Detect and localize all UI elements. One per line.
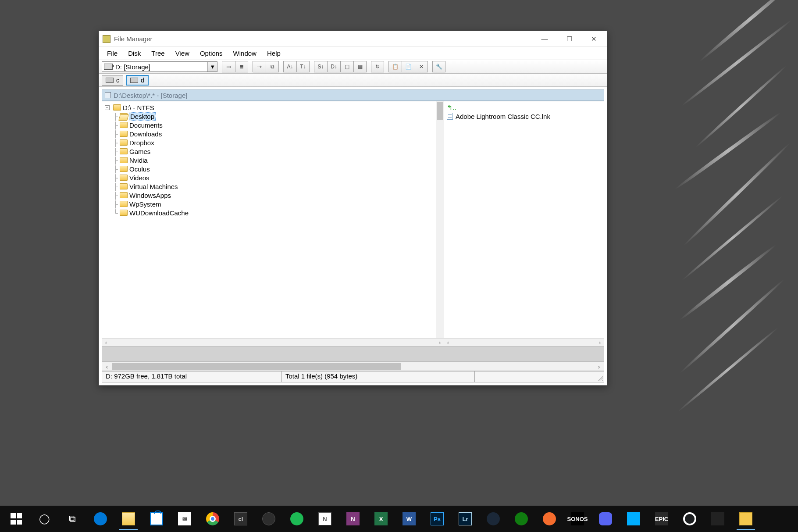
tb-copy-clip[interactable]: 📋 <box>388 61 402 72</box>
menu-tree[interactable]: Tree <box>147 49 169 58</box>
taskbar-mail[interactable]: ✉ <box>171 507 198 531</box>
taskbar-word[interactable]: W <box>395 507 423 531</box>
tree-item-nvidia[interactable]: ├Nvidia <box>105 156 442 164</box>
windows-taskbar: ◯ ⧉ ✉ cl N N X W Ps Lr SONOS EPIC <box>0 506 798 532</box>
tree-root[interactable]: − D:\ - NTFS <box>105 103 442 112</box>
tb-tile[interactable]: ▦ <box>353 61 367 72</box>
folder-icon <box>120 192 128 198</box>
tb-move[interactable]: ⇢ <box>253 61 266 72</box>
tb-refresh[interactable]: ↻ <box>371 61 384 72</box>
folder-icon <box>120 148 128 154</box>
main-scrollbar-horizontal[interactable]: ‹ › <box>102 361 604 371</box>
taskbar-excel[interactable]: X <box>367 507 395 531</box>
drive-icon <box>130 78 138 83</box>
taskbar-file-manager[interactable] <box>732 507 759 531</box>
menu-file[interactable]: File <box>103 49 122 58</box>
drive-icon <box>104 64 113 70</box>
dropdown-arrow-icon[interactable]: ▾ <box>207 62 217 71</box>
tree-item-desktop[interactable]: ├ Desktop <box>105 112 442 121</box>
tb-paste-clip[interactable]: 📄 <box>402 61 415 72</box>
tree-item-wpsystem[interactable]: ├WpSystem <box>105 200 442 208</box>
content-panes: − D:\ - NTFS ├ Desktop ├Documents ├Downl… <box>102 101 604 346</box>
tree-item-downloads[interactable]: ├Downloads <box>105 129 442 138</box>
task-view-button[interactable]: ⧉ <box>59 507 86 531</box>
app-icon <box>103 35 110 43</box>
tb-sort-size[interactable]: S↓ <box>314 61 327 72</box>
taskbar-onenote[interactable]: N <box>339 507 367 531</box>
collapse-icon[interactable]: − <box>105 105 110 110</box>
file-item[interactable]: Adobe Lightroom Classic CC.lnk <box>447 112 601 121</box>
cortana-button[interactable]: ◯ <box>31 507 58 531</box>
tb-delete[interactable]: ✕ <box>415 61 428 72</box>
taskbar-sonos[interactable]: SONOS <box>564 507 591 531</box>
tree-scrollbar-vertical[interactable] <box>436 101 444 338</box>
tree-item-videos[interactable]: ├Videos <box>105 173 442 182</box>
file-list-pane[interactable]: ↰.. Adobe Lightroom Classic CC.lnk ‹› <box>444 101 604 346</box>
taskbar-spotify[interactable] <box>283 507 310 531</box>
taskbar-lightroom[interactable]: Lr <box>452 507 479 531</box>
scroll-right-icon[interactable]: › <box>594 362 604 371</box>
folder-icon <box>120 175 128 181</box>
tree-item-games[interactable]: ├Games <box>105 147 442 156</box>
menu-window[interactable]: Window <box>229 49 261 58</box>
taskbar-store[interactable] <box>143 507 170 531</box>
mdi-child-titlebar[interactable]: D:\Desktop\*.* - [Storage] <box>102 89 604 101</box>
drive-selector[interactable]: D: [Storage] ▾ <box>102 61 217 72</box>
status-disk-space: D: 972GB free, 1.81TB total <box>102 371 282 382</box>
file-scrollbar-horizontal[interactable]: ‹› <box>444 338 604 346</box>
menu-help[interactable]: Help <box>263 49 285 58</box>
folder-tree-pane[interactable]: − D:\ - NTFS ├ Desktop ├Documents ├Downl… <box>102 101 444 346</box>
folder-icon <box>120 183 128 189</box>
tree-item-label: Virtual Machines <box>129 183 178 190</box>
file-name: Adobe Lightroom Classic CC.lnk <box>456 113 550 120</box>
tb-details-view[interactable]: ≣ <box>235 61 248 72</box>
statusbar: D: 972GB free, 1.81TB total Total 1 file… <box>102 371 604 382</box>
tree-item-wudownloadcache[interactable]: └WUDownloadCache <box>105 208 442 217</box>
drive-tab-d[interactable]: d <box>126 75 149 86</box>
taskbar-n-app[interactable]: N <box>311 507 338 531</box>
tb-copy[interactable]: ⧉ <box>266 61 279 72</box>
tb-properties[interactable]: 🔧 <box>432 61 445 72</box>
titlebar[interactable]: File Manager — ☐ ✕ <box>99 31 607 47</box>
taskbar-oculus[interactable] <box>676 507 703 531</box>
tb-sort-date[interactable]: D↓ <box>327 61 340 72</box>
taskbar-battlenet[interactable] <box>620 507 647 531</box>
tree-item-label: Dropbox <box>129 139 154 146</box>
taskbar-photoshop[interactable]: Ps <box>424 507 451 531</box>
taskbar-app-gray[interactable] <box>255 507 282 531</box>
tree-scrollbar-horizontal[interactable]: ‹› <box>102 338 444 346</box>
menu-view[interactable]: View <box>171 49 194 58</box>
menu-options[interactable]: Options <box>196 49 227 58</box>
drive-selector-label: D: [Storage] <box>115 63 150 71</box>
drive-tab-c[interactable]: c <box>102 75 123 86</box>
taskbar-cmd[interactable]: cl <box>227 507 254 531</box>
tree-item-windowsapps[interactable]: ├WindowsApps <box>105 191 442 200</box>
maximize-button[interactable]: ☐ <box>557 31 581 47</box>
tb-new-window[interactable]: ▭ <box>222 61 235 72</box>
tb-sort-name[interactable]: A↓ <box>283 61 296 72</box>
taskbar-epic[interactable]: EPIC <box>648 507 675 531</box>
taskbar-xbox[interactable] <box>508 507 535 531</box>
tree-item-oculus[interactable]: ├Oculus <box>105 164 442 173</box>
toolbar: D: [Storage] ▾ ▭ ≣ ⇢ ⧉ A↓ T↓ S↓ D↓ ◫ ▦ ↻ <box>99 60 607 74</box>
close-button[interactable]: ✕ <box>581 31 606 47</box>
taskbar-origin[interactable] <box>536 507 563 531</box>
taskbar-discord[interactable] <box>592 507 619 531</box>
menu-disk[interactable]: Disk <box>124 49 145 58</box>
tb-sort-type[interactable]: T↓ <box>296 61 310 72</box>
tree-item-virtual-machines[interactable]: ├Virtual Machines <box>105 182 442 191</box>
file-up-directory[interactable]: ↰.. <box>447 103 601 112</box>
drive-tab-label: d <box>141 77 144 84</box>
tree-item-dropbox[interactable]: ├Dropbox <box>105 138 442 147</box>
tree-item-documents[interactable]: ├Documents <box>105 121 442 129</box>
resize-grip-icon[interactable] <box>597 375 603 381</box>
scroll-left-icon[interactable]: ‹ <box>102 362 112 371</box>
start-button[interactable] <box>3 507 30 531</box>
taskbar-explorer[interactable] <box>115 507 142 531</box>
taskbar-edge[interactable] <box>87 507 114 531</box>
tb-cascade[interactable]: ◫ <box>340 61 353 72</box>
taskbar-steam[interactable] <box>480 507 507 531</box>
taskbar-chrome[interactable] <box>199 507 226 531</box>
taskbar-unity[interactable] <box>704 507 731 531</box>
minimize-button[interactable]: — <box>532 31 557 47</box>
